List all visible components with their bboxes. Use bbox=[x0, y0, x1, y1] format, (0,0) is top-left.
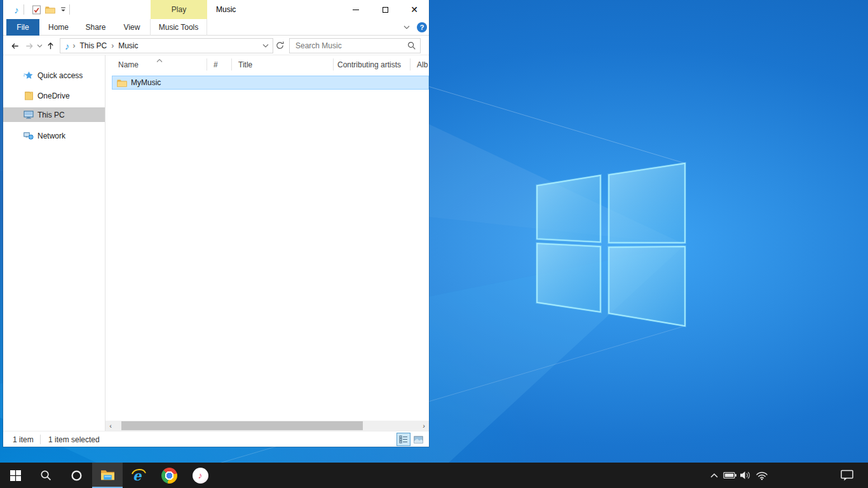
column-header-number[interactable]: # bbox=[214, 55, 218, 74]
search-box[interactable] bbox=[289, 38, 421, 53]
battery-tray-button[interactable] bbox=[722, 463, 738, 488]
sidebar-item-quick-access[interactable]: Quick access bbox=[3, 68, 105, 83]
wifi-tray-button[interactable] bbox=[754, 463, 770, 488]
forward-button[interactable] bbox=[23, 39, 36, 52]
qat-separator bbox=[69, 4, 70, 15]
column-separator[interactable] bbox=[333, 58, 334, 71]
status-bar: 1 item 1 item selected bbox=[3, 431, 429, 447]
tab-share[interactable]: Share bbox=[78, 19, 114, 36]
sidebar-item-this-pc[interactable]: This PC bbox=[3, 107, 105, 122]
file-list-pane: Name # Title Contributing artists Alb My… bbox=[105, 55, 429, 431]
sort-ascending-icon bbox=[156, 56, 163, 65]
tab-file[interactable]: File bbox=[6, 19, 39, 36]
volume-tray-button[interactable] bbox=[737, 463, 754, 488]
cortana-button[interactable] bbox=[61, 463, 92, 488]
tab-view[interactable]: View bbox=[114, 19, 150, 36]
chevron-down-icon bbox=[37, 44, 43, 48]
new-folder-button[interactable] bbox=[44, 3, 57, 16]
itunes-button[interactable]: ♪ bbox=[185, 463, 215, 488]
contextual-tab-play[interactable]: Play bbox=[151, 0, 207, 19]
itunes-icon: ♪ bbox=[193, 468, 208, 484]
navigation-bar: ♪ › This PC › Music bbox=[3, 36, 429, 55]
up-button[interactable] bbox=[44, 39, 57, 52]
folder-icon bbox=[117, 79, 127, 89]
qat-separator bbox=[24, 4, 24, 15]
file-explorer-taskbar-button[interactable] bbox=[92, 463, 123, 488]
network-icon bbox=[24, 131, 34, 141]
address-dropdown-button[interactable] bbox=[262, 41, 273, 50]
window-title: Music bbox=[216, 5, 236, 14]
show-hidden-icons-button[interactable] bbox=[707, 463, 722, 488]
expand-ribbon-button[interactable] bbox=[403, 24, 412, 31]
minimize-button[interactable] bbox=[341, 0, 370, 19]
tab-home[interactable]: Home bbox=[39, 19, 78, 36]
refresh-icon bbox=[275, 41, 285, 50]
wifi-icon bbox=[756, 470, 768, 480]
sidebar-item-onedrive[interactable]: OneDrive bbox=[3, 88, 105, 103]
cortana-icon bbox=[71, 470, 83, 482]
action-center-button[interactable] bbox=[837, 463, 857, 488]
file-explorer-window: ♪ Play Music ✕ File Ho bbox=[3, 0, 429, 447]
column-header-album[interactable]: Alb bbox=[417, 55, 428, 74]
speaker-icon bbox=[739, 470, 752, 480]
close-button[interactable]: ✕ bbox=[400, 0, 429, 19]
column-separator[interactable] bbox=[231, 58, 232, 71]
tab-music-tools[interactable]: Music Tools bbox=[150, 19, 207, 36]
breadcrumb-this-pc[interactable]: This PC bbox=[79, 41, 109, 50]
internet-explorer-button[interactable]: e bbox=[123, 463, 154, 488]
sidebar-item-label: Quick access bbox=[37, 71, 83, 80]
properties-button[interactable] bbox=[30, 3, 43, 16]
customize-toolbar-button[interactable] bbox=[57, 3, 69, 16]
search-input[interactable] bbox=[290, 39, 420, 53]
large-icons-view-button[interactable] bbox=[411, 433, 425, 446]
column-separator[interactable] bbox=[207, 58, 207, 71]
chevron-up-icon bbox=[710, 472, 719, 478]
column-header-title[interactable]: Title bbox=[238, 55, 252, 74]
ribbon-tab-row: File Home Share View Music Tools ? bbox=[3, 19, 429, 36]
back-button[interactable] bbox=[8, 39, 21, 52]
file-name: MyMusic bbox=[131, 78, 161, 87]
start-button[interactable] bbox=[0, 463, 31, 488]
sidebar-item-label: OneDrive bbox=[37, 92, 70, 100]
search-icon bbox=[40, 470, 52, 482]
column-header-name[interactable]: Name bbox=[118, 55, 139, 74]
action-center-icon bbox=[840, 469, 854, 482]
scroll-right-icon[interactable]: › bbox=[419, 421, 429, 431]
file-row-mymusic[interactable]: MyMusic bbox=[112, 76, 429, 90]
column-separator[interactable] bbox=[410, 58, 410, 71]
details-view-icon bbox=[399, 435, 408, 444]
minimize-icon bbox=[353, 10, 359, 10]
breadcrumb-chevron-icon: › bbox=[108, 41, 117, 50]
refresh-button[interactable] bbox=[275, 41, 285, 51]
location-music-icon: ♪ bbox=[60, 41, 70, 51]
chevron-down-icon bbox=[262, 43, 269, 48]
search-button[interactable] bbox=[31, 463, 61, 488]
arrow-right-icon bbox=[24, 41, 35, 51]
details-view-button[interactable] bbox=[397, 433, 410, 446]
maximize-icon bbox=[383, 7, 388, 13]
scrollbar-thumb[interactable] bbox=[121, 421, 363, 430]
star-icon bbox=[24, 71, 34, 81]
breadcrumb-music[interactable]: Music bbox=[117, 41, 139, 50]
column-header-contributing-artists[interactable]: Contributing artists bbox=[337, 55, 401, 74]
properties-check-icon bbox=[32, 5, 41, 15]
folder-icon bbox=[24, 91, 34, 101]
monitor-icon bbox=[24, 110, 34, 120]
thumbnail-view-icon bbox=[414, 436, 423, 444]
sidebar-item-network[interactable]: Network bbox=[3, 128, 105, 143]
status-divider bbox=[40, 435, 41, 444]
scroll-left-icon[interactable]: ‹ bbox=[105, 421, 116, 431]
address-bar[interactable]: ♪ › This PC › Music bbox=[60, 38, 273, 53]
windows-start-icon bbox=[10, 470, 21, 481]
toolbar-dropdown-icon bbox=[60, 7, 66, 13]
maximize-button[interactable] bbox=[370, 0, 400, 19]
breadcrumb-chevron-icon: › bbox=[70, 41, 79, 50]
chrome-button[interactable] bbox=[154, 463, 184, 488]
help-button[interactable]: ? bbox=[417, 22, 427, 32]
horizontal-scrollbar[interactable]: ‹ › bbox=[105, 421, 429, 431]
search-icon bbox=[407, 41, 416, 52]
battery-icon bbox=[723, 471, 737, 480]
title-bar: ♪ Play Music ✕ bbox=[3, 0, 429, 19]
recent-locations-button[interactable] bbox=[35, 39, 44, 52]
arrow-left-icon bbox=[10, 41, 20, 51]
